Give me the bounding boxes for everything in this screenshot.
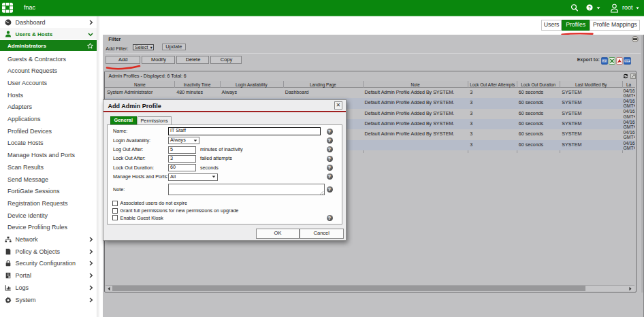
svg-text:?: ? <box>587 5 590 11</box>
svg-text:CSV: CSV <box>602 59 607 62</box>
svg-text:RTF: RTF <box>625 59 630 62</box>
